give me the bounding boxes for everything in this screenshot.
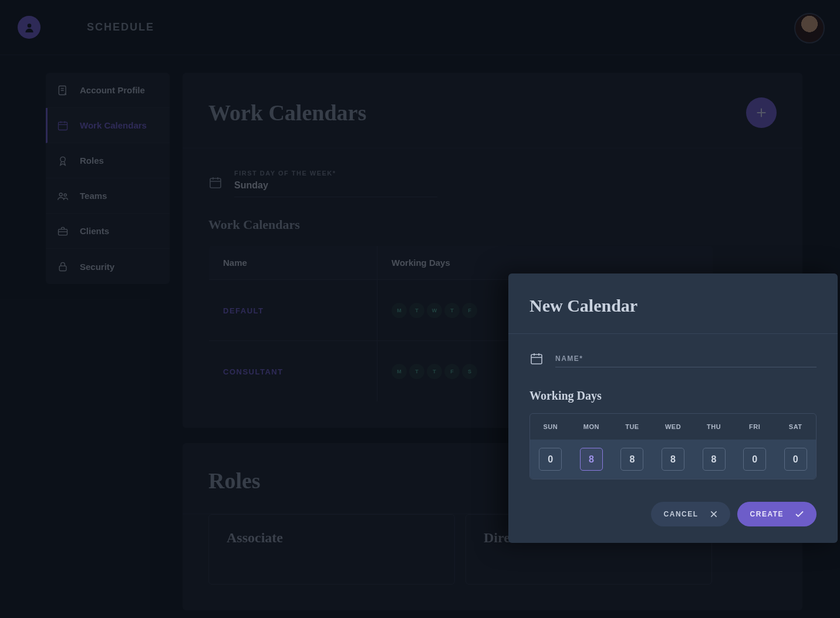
day-header: THU [693,423,734,430]
svg-rect-9 [531,354,542,364]
hours-wed[interactable]: 8 [662,448,684,471]
calendar-name-input[interactable] [555,354,817,363]
hours-mon[interactable]: 8 [580,448,603,471]
hours-fri[interactable]: 0 [743,448,766,471]
cancel-button[interactable]: CANCEL [651,502,730,526]
calendar-icon [529,352,544,368]
working-days-box: SUN MON TUE WED THU FRI SAT 0 8 8 8 8 0 … [529,413,817,479]
new-calendar-drawer: New Calendar Working Days SUN MON TUE WE… [508,273,838,543]
working-days-title: Working Days [529,389,817,403]
hours-sun[interactable]: 0 [539,448,562,471]
create-label: CREATE [750,510,784,518]
day-header: WED [653,423,694,430]
day-header: SUN [530,423,571,430]
hours-thu[interactable]: 8 [703,448,726,471]
cancel-label: CANCEL [664,510,699,518]
drawer-title: New Calendar [529,296,817,316]
hours-sat[interactable]: 0 [784,448,807,471]
day-header: FRI [734,423,775,430]
hours-tue[interactable]: 8 [620,448,643,471]
close-icon [709,509,718,519]
day-header: TUE [612,423,653,430]
create-button[interactable]: CREATE [737,502,817,526]
day-header: MON [571,423,612,430]
check-icon [794,509,805,519]
day-header: SAT [775,423,816,430]
